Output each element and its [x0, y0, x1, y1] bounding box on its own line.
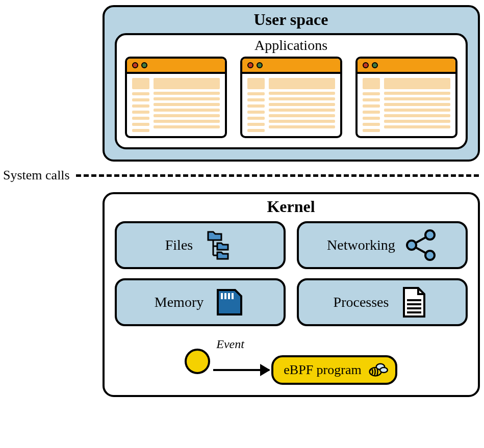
- folder-tree-icon: [202, 229, 235, 261]
- kernel-event-row: Event eBPF program: [115, 337, 468, 385]
- svg-point-16: [369, 369, 371, 371]
- user-space-box: User space Applications: [103, 5, 480, 162]
- svg-point-2: [407, 241, 416, 250]
- user-space-title: User space: [115, 10, 468, 29]
- svg-rect-8: [232, 293, 234, 299]
- window-body: [127, 74, 225, 136]
- svg-rect-7: [228, 293, 230, 299]
- files-label: Files: [165, 237, 193, 253]
- window-close-dot-icon: [132, 62, 138, 68]
- ebpf-program-pill: eBPF program: [271, 355, 397, 385]
- document-lines-icon: [398, 286, 430, 319]
- bee-icon: [368, 361, 388, 379]
- system-calls-boundary: System calls: [1, 168, 479, 183]
- diagram-root: User space Applications: [1, 5, 479, 397]
- svg-rect-5: [221, 293, 223, 299]
- window-min-dot-icon: [257, 62, 263, 68]
- event-source-circle-icon: [185, 349, 210, 374]
- window-body: [242, 74, 340, 136]
- applications-label: Applications: [125, 37, 457, 54]
- kernel-subsystem-processes: Processes: [297, 278, 468, 326]
- boundary-dashed-line: [76, 174, 479, 177]
- window-min-dot-icon: [141, 62, 147, 68]
- window-min-dot-icon: [372, 62, 378, 68]
- window-close-dot-icon: [363, 62, 369, 68]
- svg-point-4: [425, 251, 435, 260]
- memory-card-icon: [213, 286, 245, 319]
- window-titlebar: [358, 59, 455, 74]
- event-arrow-icon: [213, 369, 269, 371]
- ebpf-program-label: eBPF program: [284, 362, 361, 378]
- kernel-subsystem-files: Files: [115, 221, 286, 269]
- networking-label: Networking: [327, 237, 395, 253]
- app-window-icon: [355, 57, 457, 138]
- window-titlebar: [242, 59, 340, 74]
- svg-rect-6: [224, 293, 226, 299]
- kernel-title: Kernel: [115, 197, 468, 216]
- app-window-icon: [125, 57, 227, 138]
- share-nodes-icon: [404, 229, 437, 261]
- kernel-subsystem-memory: Memory: [115, 278, 286, 326]
- application-windows-row: [125, 57, 457, 138]
- window-body: [358, 74, 455, 136]
- processes-label: Processes: [334, 294, 389, 310]
- app-window-icon: [240, 57, 342, 138]
- svg-point-15: [380, 367, 388, 373]
- kernel-subsystems-grid: Files Networking: [115, 221, 468, 326]
- kernel-box: Kernel Files Networking: [103, 192, 480, 397]
- memory-label: Memory: [155, 294, 203, 310]
- svg-point-3: [425, 230, 435, 240]
- event-label: Event: [216, 337, 244, 351]
- window-close-dot-icon: [247, 62, 253, 68]
- applications-box: Applications: [115, 33, 468, 149]
- window-titlebar: [127, 59, 225, 74]
- system-calls-label: System calls: [3, 168, 70, 183]
- kernel-subsystem-networking: Networking: [297, 221, 468, 269]
